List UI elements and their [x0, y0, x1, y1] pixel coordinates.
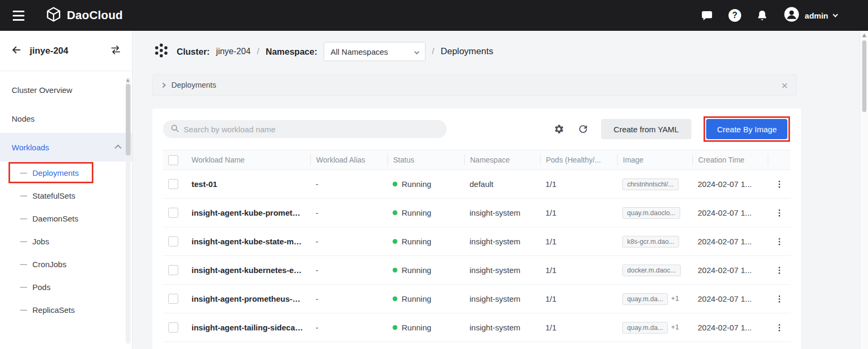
sidebar-item-jobs[interactable]: Jobs — [0, 230, 132, 253]
namespace-label: Namespace: — [266, 47, 317, 57]
image-extra-count: +1 — [671, 294, 679, 302]
namespace-cell: insight-system — [464, 323, 540, 332]
select-all-checkbox[interactable] — [168, 155, 178, 165]
workload-name-link[interactable]: insight-agent-prometheus-bla... — [186, 294, 310, 303]
sidebar-item-deployments[interactable]: Deployments — [0, 161, 132, 184]
workload-name-link[interactable]: insight-agent-kube-state-met... — [186, 237, 310, 246]
kebab-menu-icon[interactable] — [773, 235, 785, 248]
hamburger-menu-icon[interactable] — [13, 11, 24, 21]
col-status: Status — [387, 155, 464, 165]
col-image: Image — [617, 155, 692, 165]
user-menu[interactable]: admin — [784, 6, 837, 24]
deployments-collapse-panel[interactable]: Deployments × — [152, 74, 797, 96]
creation-time-cell: 2024-02-07 1... — [692, 323, 768, 332]
sidebar-item-nodes[interactable]: Nodes — [0, 104, 132, 133]
workload-alias: - — [310, 294, 387, 303]
sidebar-item-replicasets[interactable]: ReplicaSets — [0, 299, 132, 321]
sidebar-subitem-label: Jobs — [32, 237, 49, 246]
image-tag: k8s-gcr.m.dao... — [622, 236, 679, 248]
sidebar-subitem-label: DaemonSets — [32, 214, 79, 223]
image-cell: quay.m.da...+1 — [617, 322, 692, 334]
row-checkbox[interactable] — [168, 179, 178, 189]
topbar-actions: ? admin — [701, 6, 855, 24]
row-checkbox[interactable] — [168, 294, 178, 304]
status-text: Running — [402, 208, 431, 217]
workload-table: Workload Name Workload Alias Status Name… — [163, 150, 791, 342]
status-cell: Running — [387, 180, 464, 189]
image-cell: quay.m.da...+1 — [617, 293, 692, 305]
switch-cluster-icon[interactable] — [110, 44, 121, 58]
cluster-name-label: jinye-204 — [30, 46, 102, 56]
status-dot — [393, 210, 397, 215]
kebab-menu-icon[interactable] — [773, 207, 785, 219]
create-by-image-wrap: Create By Image — [706, 119, 787, 139]
kebab-menu-icon[interactable] — [773, 264, 785, 277]
message-icon[interactable] — [701, 9, 714, 22]
sidebar-scrollbar-thumb[interactable] — [126, 84, 131, 156]
sidebar-item-daemonsets[interactable]: DaemonSets — [0, 207, 132, 230]
page-scrollbar[interactable] — [860, 31, 868, 349]
image-tag: quay.m.daoclo... — [622, 207, 680, 219]
settings-gear-icon[interactable] — [552, 123, 565, 135]
sidebar-item-statefulsets[interactable]: StatefulSets — [0, 184, 132, 207]
namespace-cell: default — [464, 180, 540, 189]
namespace-select-value: All Namespaces — [331, 47, 388, 56]
sidebar-subitem-label: CronJobs — [32, 260, 66, 269]
refresh-icon[interactable] — [577, 123, 589, 135]
status-text: Running — [402, 323, 431, 332]
row-checkbox[interactable] — [168, 265, 178, 275]
kebab-menu-icon[interactable] — [773, 321, 785, 334]
sidebar-item-workloads[interactable]: Workloads — [0, 133, 132, 161]
workload-name-link[interactable]: test-01 — [186, 180, 310, 189]
avatar-icon — [784, 6, 800, 24]
kebab-menu-icon[interactable] — [773, 293, 785, 305]
create-from-yaml-button[interactable]: Create from YAML — [601, 119, 692, 139]
main-content: Cluster: jinye-204 / Namespace: All Name… — [133, 31, 860, 349]
pods-cell: 1/1 — [540, 208, 617, 217]
chevron-up-icon — [116, 143, 120, 152]
creation-time-cell: 2024-02-07 1... — [692, 208, 768, 217]
cluster-label: Cluster: — [177, 47, 210, 57]
status-cell: Running — [387, 294, 464, 303]
create-by-image-button[interactable]: Create By Image — [706, 119, 787, 139]
row-checkbox[interactable] — [168, 322, 178, 333]
creation-time-cell: 2024-02-07 1... — [692, 237, 768, 246]
dash-bullet — [20, 218, 27, 219]
workload-name-link[interactable]: insight-agent-tailing-sidecar-... — [186, 323, 310, 332]
notification-bell-icon[interactable] — [756, 9, 769, 22]
kebab-menu-icon[interactable] — [773, 178, 785, 191]
page-scrollbar-thumb[interactable] — [862, 40, 866, 112]
dash-bullet — [20, 310, 27, 311]
toolbar: Create from YAML Create By Image — [163, 119, 791, 139]
sidebar-scrollbar[interactable] — [126, 78, 131, 344]
breadcrumb-page-title: Deployments — [440, 46, 493, 57]
table-row: insight-agent-kube-prometh-... - Running… — [163, 199, 791, 227]
workload-name-link[interactable]: insight-agent-kubernetes-eve... — [186, 266, 310, 275]
namespace-cell: insight-system — [464, 294, 540, 303]
pods-cell: 1/1 — [540, 323, 617, 332]
sidebar-item-cluster-overview[interactable]: Cluster Overview — [0, 75, 132, 104]
brand-logo[interactable]: DaoCloud — [46, 6, 123, 24]
status-text: Running — [402, 266, 431, 275]
sidebar-subitem-label: StatefulSets — [32, 191, 75, 200]
workload-name-link[interactable]: insight-agent-kube-prometh-... — [186, 208, 310, 217]
row-checkbox[interactable] — [168, 236, 178, 246]
brand-name: DaoCloud — [67, 8, 123, 22]
sidebar-item-pods[interactable]: Pods — [0, 276, 132, 299]
search-input[interactable] — [184, 125, 439, 134]
back-arrow-icon[interactable] — [11, 44, 22, 58]
sidebar-item-label: Cluster Overview — [12, 86, 72, 95]
cluster-value[interactable]: jinye-204 — [216, 47, 250, 56]
namespace-cell: insight-system — [464, 208, 540, 217]
sidebar-subitem-label: Pods — [32, 283, 50, 292]
row-checkbox[interactable] — [168, 208, 178, 218]
close-icon[interactable]: × — [782, 80, 788, 91]
status-dot — [393, 268, 397, 273]
chevron-right-icon — [161, 82, 166, 88]
workload-list-card: Create from YAML Create By Image Workloa… — [152, 108, 801, 349]
sidebar-item-label: Nodes — [12, 114, 34, 123]
help-icon[interactable]: ? — [728, 9, 741, 22]
namespace-select[interactable]: All Namespaces — [324, 42, 426, 61]
dash-bullet — [20, 264, 27, 265]
sidebar-item-cronjobs[interactable]: CronJobs — [0, 253, 132, 276]
